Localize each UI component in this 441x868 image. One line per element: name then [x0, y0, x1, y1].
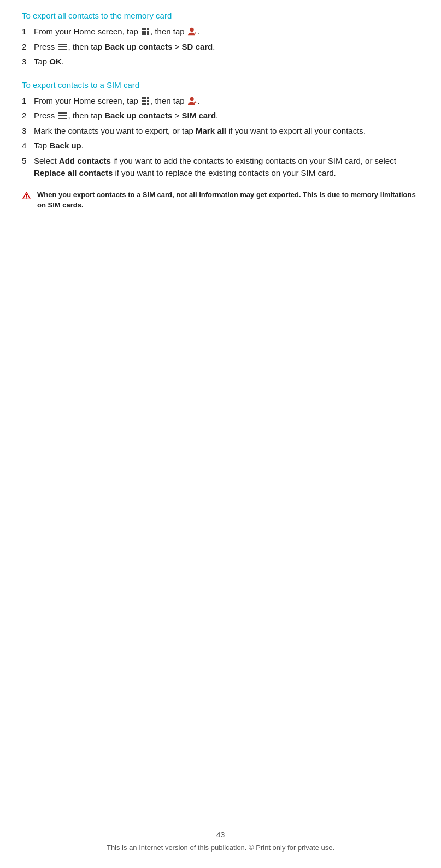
step-text: Tap Back up.	[34, 140, 419, 152]
person-icon: +	[187, 27, 197, 37]
menu-icon	[58, 44, 67, 50]
sim-card-heading: To export contacts to a SIM card	[22, 80, 419, 90]
step-item: 3 Tap OK.	[22, 56, 419, 68]
step-text: From your Home screen, tap , then tap + …	[34, 95, 419, 108]
note-box: ⚠ When you export contacts to a SIM card…	[22, 189, 419, 211]
svg-text:+: +	[193, 31, 196, 35]
bold-text: Replace all contacts	[34, 168, 113, 177]
menu-icon	[58, 112, 67, 119]
step-number: 3	[22, 125, 34, 138]
svg-text:+: +	[193, 100, 196, 105]
warning-icon: ⚠	[22, 190, 34, 202]
grid-icon	[142, 28, 149, 35]
note-text: When you export contacts to a SIM card, …	[37, 189, 419, 211]
grid-icon	[142, 97, 149, 105]
bold-text: OK	[49, 57, 62, 66]
svg-point-0	[190, 28, 193, 32]
bold-text: Add contacts	[59, 156, 111, 165]
page-footer: 43 This is an Internet version of this p…	[0, 830, 441, 852]
step-number: 2	[22, 41, 34, 53]
bold-text: Back up contacts	[104, 111, 172, 120]
step-text: From your Home screen, tap , then tap + …	[34, 26, 419, 38]
bold-text: SD card	[182, 42, 213, 51]
sim-card-steps: 1 From your Home screen, tap , then tap …	[22, 95, 419, 180]
step-text: Mark the contacts you want to export, or…	[34, 125, 419, 138]
memory-card-heading: To export all contacts to the memory car…	[22, 11, 419, 20]
memory-card-section: To export all contacts to the memory car…	[22, 11, 419, 68]
step-item: 1 From your Home screen, tap , then tap …	[22, 26, 419, 38]
step-item: 4 Tap Back up.	[22, 140, 419, 152]
step-number: 4	[22, 140, 34, 152]
bold-text: Back up contacts	[104, 42, 172, 51]
sim-card-section: To export contacts to a SIM card 1 From …	[22, 80, 419, 211]
memory-card-steps: 1 From your Home screen, tap , then tap …	[22, 26, 419, 68]
step-text: Select Add contacts if you want to add t…	[34, 155, 419, 180]
svg-point-2	[190, 97, 193, 100]
step-item: 2 Press , then tap Back up contacts > SD…	[22, 41, 419, 53]
step-number: 1	[22, 26, 34, 38]
page-number: 43	[0, 830, 441, 839]
page-content: To export all contacts to the memory car…	[0, 0, 441, 249]
footer-text: This is an Internet version of this publ…	[0, 843, 441, 852]
step-item: 3 Mark the contacts you want to export, …	[22, 125, 419, 138]
step-text: Press , then tap Back up contacts > SD c…	[34, 41, 419, 53]
note-bold-text: When you export contacts to a SIM card, …	[37, 191, 416, 210]
step-number: 2	[22, 110, 34, 122]
bold-text: Back up	[49, 141, 81, 150]
bold-text: Mark all	[196, 126, 226, 135]
step-text: Press , then tap Back up contacts > SIM …	[34, 110, 419, 122]
step-item: 1 From your Home screen, tap , then tap …	[22, 95, 419, 108]
step-number: 5	[22, 155, 34, 168]
person-icon: +	[187, 96, 197, 106]
step-item: 2 Press , then tap Back up contacts > SI…	[22, 110, 419, 122]
step-number: 3	[22, 56, 34, 68]
step-number: 1	[22, 95, 34, 108]
step-text: Tap OK.	[34, 56, 419, 68]
step-item: 5 Select Add contacts if you want to add…	[22, 155, 419, 180]
bold-text: SIM card	[182, 111, 216, 120]
